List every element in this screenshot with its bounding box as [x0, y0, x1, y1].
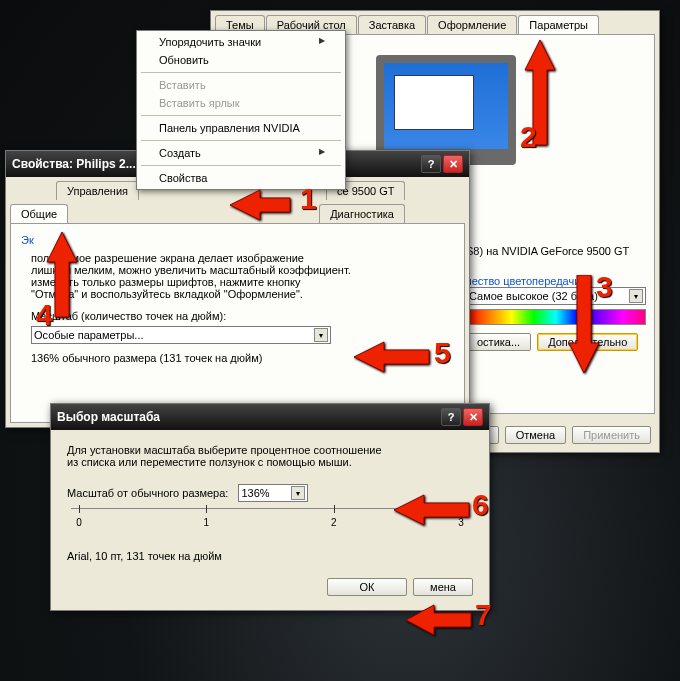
- body-line4: "Отмена" и воспользуйтесь вкладкой "Офор…: [31, 288, 454, 300]
- monitor-label: S8) на NVIDIA GeForce 9500 GT: [466, 245, 644, 257]
- monitor-preview: [376, 55, 516, 165]
- apply-button[interactable]: Применить: [572, 426, 651, 444]
- troubleshoot-button[interactable]: остика...: [466, 333, 531, 351]
- menu-separator: [141, 115, 341, 116]
- body-line1: пользуемое разрешение экрана делает изоб…: [31, 252, 454, 264]
- dpi-sample: Arial, 10 пт, 131 точек на дюйм: [67, 550, 473, 562]
- adv-tabs-row2: Общие Диагностика: [6, 200, 469, 223]
- annotation-number-5: 5: [434, 336, 451, 370]
- dpi-scale-select[interactable]: 136% ▾: [238, 484, 308, 502]
- menu-nvidia-panel[interactable]: Панель управления NVIDIA: [139, 119, 343, 137]
- scale-info: 136% обычного размера (131 точек на дюйм…: [31, 352, 454, 364]
- ruler-tick-3: 3: [458, 517, 464, 528]
- help-icon[interactable]: ?: [441, 408, 461, 426]
- tab-settings[interactable]: Параметры: [518, 15, 599, 34]
- color-quality-select[interactable]: Самое высокое (32 бита) ▾: [466, 287, 646, 305]
- dpi-ruler[interactable]: 0 1 2 3: [71, 508, 469, 538]
- body-line2: лишком мелким, можно увеличить масштабны…: [31, 264, 454, 276]
- adv-general-panel: Эк пользуемое разрешение экрана делает и…: [10, 223, 465, 423]
- menu-arrange-icons[interactable]: Упорядочить значки: [139, 33, 343, 51]
- menu-separator: [141, 165, 341, 166]
- color-rainbow: [466, 309, 646, 325]
- menu-separator: [141, 72, 341, 73]
- dpi-titlebar: Выбор масштаба ? ✕: [51, 404, 489, 430]
- chevron-down-icon: ▾: [629, 289, 643, 303]
- tab-diagnostics[interactable]: Диагностика: [319, 204, 405, 223]
- body-line3: изменить только размеры шрифтов, нажмите…: [31, 276, 454, 288]
- menu-refresh[interactable]: Обновить: [139, 51, 343, 69]
- tab-general[interactable]: Общие: [10, 204, 68, 223]
- annotation-number-2: 2: [520, 120, 537, 154]
- dpi-title: Выбор масштаба: [57, 410, 160, 424]
- color-quality-label: чество цветопередачи: [466, 275, 644, 287]
- dpi-body-line1: Для установки масштаба выберите процентн…: [67, 444, 473, 456]
- ruler-tick-1: 1: [204, 517, 210, 528]
- dpi-ok-button[interactable]: ОК: [327, 578, 407, 596]
- menu-paste: Вставить: [139, 76, 343, 94]
- group-label: Эк: [21, 234, 454, 246]
- color-quality-value: Самое высокое (32 бита): [469, 290, 598, 302]
- ruler-tick-2: 2: [331, 517, 337, 528]
- dpi-dialog-window: Выбор масштаба ? ✕ Для установки масштаб…: [50, 403, 490, 611]
- dpi-scale-label: Масштаб от обычного размера:: [67, 487, 228, 499]
- close-icon[interactable]: ✕: [443, 155, 463, 173]
- cancel-button[interactable]: Отмена: [505, 426, 566, 444]
- close-icon[interactable]: ✕: [463, 408, 483, 426]
- tab-screensaver[interactable]: Заставка: [358, 15, 426, 34]
- menu-paste-shortcut: Вставить ярлык: [139, 94, 343, 112]
- annotation-number-6: 6: [472, 488, 489, 522]
- menu-separator: [141, 140, 341, 141]
- dpi-body-line2: из списка или переместите ползунок с пом…: [67, 456, 473, 468]
- annotation-number-3: 3: [596, 270, 613, 304]
- chevron-down-icon: ▾: [314, 328, 328, 342]
- ruler-tick-0: 0: [76, 517, 82, 528]
- tab-management[interactable]: Управления: [56, 181, 139, 200]
- advanced-button[interactable]: Дополнительно: [537, 333, 638, 351]
- annotation-number-7: 7: [475, 598, 492, 632]
- annotation-number-4: 4: [36, 298, 53, 332]
- dpi-cancel-button[interactable]: мена: [413, 578, 473, 596]
- scale-select[interactable]: Особые параметры... ▾: [31, 326, 331, 344]
- help-icon[interactable]: ?: [421, 155, 441, 173]
- menu-new[interactable]: Создать: [139, 144, 343, 162]
- annotation-number-1: 1: [300, 182, 317, 216]
- tab-appearance[interactable]: Оформление: [427, 15, 517, 34]
- scale-label: Масштаб (количество точек на дюйм):: [31, 310, 454, 322]
- advanced-properties-window: Свойства: Philips 2... S8) и N... ? ✕ Уп…: [5, 150, 470, 428]
- dpi-scale-value: 136%: [241, 487, 269, 499]
- chevron-down-icon: ▾: [291, 486, 305, 500]
- desktop-context-menu: Упорядочить значки Обновить Вставить Вст…: [136, 30, 346, 190]
